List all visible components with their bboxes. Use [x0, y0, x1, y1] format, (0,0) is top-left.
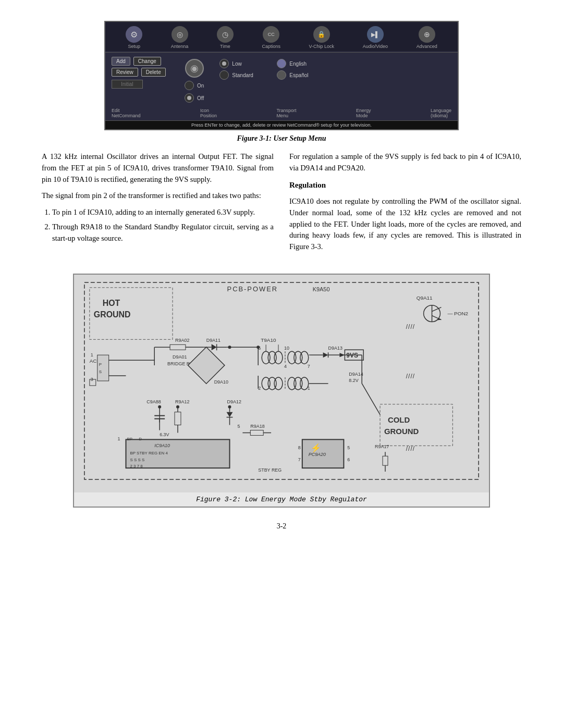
page-number: 3-2: [277, 522, 287, 530]
icon-position-label: IconPosition: [200, 108, 217, 118]
left-para-1: A 132 kHz internal Oscillator drives an …: [42, 151, 274, 185]
low-energy-dot: [219, 59, 229, 68]
svg-text:4: 4: [284, 364, 287, 369]
figure-3-1: ⚙ Setup ◎ Antenna ◷ Time CC Captions 🔒: [104, 21, 459, 130]
left-list: To pin 1 of IC9A10, adding to an interna…: [52, 207, 274, 244]
menu-divider-1: [105, 52, 458, 53]
figure-3-2-caption: Figure 3-2: Low Energy Mode Stby Regulat…: [74, 492, 489, 507]
svg-text:6: 6: [347, 457, 350, 462]
svg-text:10: 10: [284, 346, 289, 351]
svg-rect-26: [170, 344, 186, 350]
setup-label: Setup: [128, 44, 141, 49]
svg-text:HOT: HOT: [103, 298, 120, 307]
list-item-2: Through R9A18 to the Standard Standby Re…: [52, 221, 274, 244]
svg-text:D9A11: D9A11: [206, 338, 221, 343]
vchip-icon: 🔒: [313, 26, 330, 43]
btn-row-3: Initial: [112, 79, 174, 89]
svg-text:D: D: [139, 437, 142, 441]
svg-text:PCB-POWER: PCB-POWER: [227, 285, 278, 293]
delete-button[interactable]: Delete: [141, 68, 166, 77]
tv-menu: ⚙ Setup ◎ Antenna ◷ Time CC Captions 🔒: [105, 22, 458, 129]
btn-row-2: Review Delete: [112, 68, 174, 77]
standard-energy-item: Standard: [219, 70, 261, 80]
svg-text:⚡: ⚡: [311, 443, 321, 453]
tv-menu-content: Add Change Review Delete Initial ◉: [105, 54, 458, 106]
change-button[interactable]: Change: [133, 57, 161, 66]
list-item-1: To pin 1 of IC9A10, adding to an interna…: [52, 207, 274, 218]
setup-icon: ⚙: [126, 26, 142, 43]
left-column: A 132 kHz internal Oscillator drives an …: [42, 151, 274, 258]
tv-status-bar: Press ENTer to change, add, delete or re…: [105, 120, 458, 129]
english-lang-item: English: [277, 59, 308, 68]
captions-icon: CC: [263, 26, 279, 43]
svg-rect-80: [175, 412, 181, 425]
right-para-1: For regulation a sample of the 9VS suppl…: [289, 151, 521, 174]
svg-text:T9A10: T9A10: [261, 337, 276, 343]
off-radio-item: Off: [185, 93, 204, 103]
transport-menu-label: TransportMenu: [276, 108, 296, 118]
content-columns: A 132 kHz internal Oscillator drives an …: [42, 151, 521, 258]
btn-row-1: Add Change: [112, 57, 174, 66]
svg-text:Q9A11: Q9A11: [417, 295, 433, 301]
low-label: Low: [232, 61, 241, 67]
svg-text:AC: AC: [90, 358, 97, 364]
advanced-icon-item: ⊕ Advanced: [417, 26, 437, 49]
svg-text:8.2V: 8.2V: [349, 378, 358, 383]
antenna-icon-item: ◎ Antenna: [171, 26, 189, 49]
espanol-label: Español: [289, 72, 308, 78]
svg-text:GROUND: GROUND: [384, 427, 419, 436]
off-radio-dot: [185, 93, 194, 103]
advanced-label: Advanced: [417, 44, 437, 49]
svg-text:////: ////: [406, 373, 415, 380]
figure-3-2: HOT GROUND COLD GROUND PCB-POWER K9A50 Q…: [73, 274, 490, 508]
svg-text:7: 7: [308, 364, 310, 369]
netcommand-icon: ◉: [185, 59, 204, 78]
svg-text:6.3V: 6.3V: [160, 432, 169, 437]
initial-button[interactable]: Initial: [112, 80, 143, 89]
captions-icon-item: CC Captions: [262, 26, 281, 49]
svg-text:5: 5: [237, 423, 240, 428]
svg-point-128: [256, 346, 260, 349]
setup-icon-item: ⚙ Setup: [126, 26, 142, 49]
svg-point-125: [228, 405, 231, 408]
advanced-icon: ⊕: [419, 26, 435, 43]
standard-label: Standard: [232, 72, 253, 78]
on-radio-dot: [185, 81, 194, 90]
svg-point-129: [228, 346, 231, 349]
svg-text:BP  STBY  REG  EN  4: BP STBY REG EN 4: [130, 451, 168, 455]
svg-rect-110: [383, 456, 388, 465]
svg-text:R9A12: R9A12: [175, 399, 189, 404]
energy-mode-section: Low Standard: [219, 57, 261, 103]
right-column: For regulation a sample of the 9VS suppl…: [289, 151, 521, 258]
svg-point-127: [158, 405, 161, 408]
off-label: Off: [197, 95, 204, 101]
svg-text:C9A88: C9A88: [146, 399, 161, 404]
english-label: English: [289, 61, 307, 67]
svg-text:S    S    S    S: S S S S: [130, 458, 144, 462]
language-idioma-label: Language(Idioma): [431, 108, 451, 118]
svg-point-126: [176, 405, 179, 408]
status-bar-text: Press ENTer to change, add, delete or re…: [191, 122, 372, 128]
svg-text:R9A02: R9A02: [175, 338, 189, 343]
add-button[interactable]: Add: [112, 57, 130, 66]
low-energy-item: Low: [219, 59, 261, 68]
left-para-2: The signal from pin 2 of the transformer…: [42, 190, 274, 202]
svg-text:R9A18: R9A18: [250, 423, 264, 428]
espanol-lang-item: Español: [277, 70, 308, 80]
antenna-icon: ◎: [172, 26, 188, 43]
svg-text:2  3  7  8: 2 3 7 8: [130, 464, 143, 468]
svg-text:8: 8: [298, 445, 301, 450]
svg-text:D9A14: D9A14: [349, 372, 363, 377]
svg-text:— PON2: — PON2: [447, 310, 468, 316]
svg-text:P: P: [99, 362, 102, 367]
review-button[interactable]: Review: [112, 68, 138, 77]
svg-text:7: 7: [298, 457, 301, 462]
svg-text:////: ////: [406, 323, 415, 330]
figure-3-1-caption: Figure 3-1: User Setup Menu: [237, 134, 326, 143]
on-radio-item: On: [185, 81, 204, 90]
page-container: ⚙ Setup ◎ Antenna ◷ Time CC Captions 🔒: [0, 0, 563, 728]
svg-text:K9A50: K9A50: [313, 286, 330, 292]
time-icon: ◷: [217, 26, 234, 43]
svg-text:2: 2: [258, 386, 261, 391]
svg-text:5: 5: [347, 445, 350, 450]
